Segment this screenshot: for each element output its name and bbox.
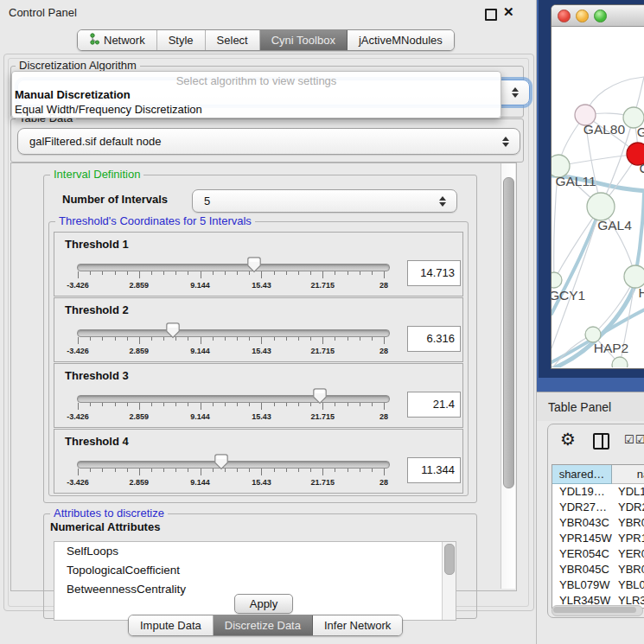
column-header-shared[interactable]: shared…: [552, 465, 612, 484]
slider-track[interactable]: [77, 264, 390, 271]
table-row[interactable]: YDL19…YDL1: [552, 484, 644, 500]
close-traffic-light-icon[interactable]: [558, 10, 571, 22]
slider-tick-label: 15.43: [252, 412, 271, 421]
columns-icon[interactable]: [593, 433, 609, 450]
slider-minor-tick: [102, 469, 103, 472]
list-scrollbar-thumb[interactable]: [444, 544, 455, 575]
network-node-gcy1[interactable]: [552, 272, 562, 288]
table-panel: ⚙ ☑☑ shared… name YDL19…YDL1YDR27…YDR2YB…: [547, 424, 644, 618]
slider-minor-tick: [102, 403, 103, 406]
tab-label: Discretize Data: [225, 619, 301, 632]
slider-minor-tick: [372, 403, 373, 406]
slider-major-tick: [322, 271, 323, 278]
slider-thumb[interactable]: [166, 322, 180, 339]
table-row[interactable]: YPR145WYPR1: [552, 531, 644, 546]
slider-minor-tick: [335, 337, 335, 341]
dropdown-placeholder-option[interactable]: Select algorithm to view settings: [12, 74, 501, 87]
table-rows: YDL19…YDL1YDR27…YDR2YBR043CYBR0YPR145WYP…: [552, 484, 644, 609]
cell-shared-name: YDL19…: [559, 484, 605, 500]
slider-tick-label: -3.426: [67, 347, 89, 355]
slider-minor-tick: [151, 403, 152, 406]
tab-style[interactable]: Style: [157, 30, 206, 50]
network-canvas[interactable]: GAL80GACGAL11GAL4HGCY1HAP2: [552, 27, 644, 367]
node-table: shared… name YDL19…YDL1YDR27…YDR2YBR043C…: [552, 464, 644, 609]
slider-minor-tick: [335, 469, 335, 472]
number-of-intervals-combobox[interactable]: 5: [192, 189, 457, 213]
threshold-value-field[interactable]: 14.713: [407, 260, 461, 286]
slider-minor-tick: [360, 271, 360, 275]
panel-scrollbar[interactable]: [501, 163, 515, 589]
table-data-combobox[interactable]: galFiltered.sif default node: [17, 128, 520, 155]
panel-scrollbar-thumb[interactable]: [503, 177, 514, 488]
float-window-icon[interactable]: [485, 9, 497, 21]
cell-shared-name: YBR045C: [559, 562, 609, 577]
tab-discretize-data[interactable]: Discretize Data: [214, 615, 313, 635]
slider-thumb[interactable]: [247, 257, 261, 273]
cell-name: YPR1: [618, 531, 644, 546]
slider-minor-tick: [286, 469, 287, 472]
slider-track[interactable]: [77, 329, 390, 337]
slider-minor-tick: [298, 469, 299, 472]
slider-thumb[interactable]: [313, 388, 327, 405]
network-edge[interactable]: [558, 154, 638, 166]
gear-icon[interactable]: ⚙: [560, 429, 576, 450]
table-row[interactable]: YDR27…YDR2: [552, 500, 644, 515]
minimize-traffic-light-icon[interactable]: [576, 10, 589, 22]
column-header-name[interactable]: name: [612, 465, 644, 484]
network-view-window: GAL80GACGAL11GAL4HGCY1HAP2: [551, 4, 644, 369]
slider-tick-label: 2.859: [130, 281, 150, 290]
threshold-panel-3: Threshold 3-3.4262.8599.14415.4321.71528…: [54, 363, 463, 428]
table-hscrollbar-thumb[interactable]: [553, 607, 636, 613]
tab-impute-data[interactable]: Impute Data: [129, 615, 214, 635]
slider-minor-tick: [348, 469, 348, 472]
threshold-panel-1: Threshold 1-3.4262.8599.14415.4321.71528…: [54, 232, 463, 296]
threshold-value-field[interactable]: 6.316: [407, 326, 461, 352]
tab-label: Impute Data: [140, 619, 201, 632]
tab-select[interactable]: Select: [206, 30, 260, 50]
slider-minor-tick: [310, 403, 311, 406]
cell-name: YDR2: [618, 500, 644, 515]
slider-minor-tick: [225, 271, 226, 275]
table-row[interactable]: YER054CYER0: [552, 546, 644, 562]
slider-thumb[interactable]: [214, 454, 228, 470]
slider-major-tick: [384, 403, 385, 410]
network-edge-thick[interactable]: [635, 194, 644, 277]
apply-button[interactable]: Apply: [234, 594, 293, 614]
slider-minor-tick: [372, 337, 373, 341]
network-window-titlebar[interactable]: [552, 5, 644, 27]
slider-minor-tick: [274, 403, 275, 406]
slider-tick-label: 21.715: [310, 478, 335, 487]
slider-track[interactable]: [77, 461, 390, 469]
slider-minor-tick: [127, 403, 128, 406]
checkbox-icons[interactable]: ☑☑: [624, 433, 644, 446]
network-node[interactable]: [612, 357, 628, 367]
dropdown-option-manual-discretization[interactable]: Manual Discretization: [15, 88, 131, 101]
slider-major-tick: [139, 469, 140, 475]
slider-minor-tick: [237, 403, 238, 406]
tab-cyni-toolbox[interactable]: Cyni Toolbox: [260, 30, 348, 50]
tab-jactivemnodules[interactable]: jActiveMNodules: [348, 30, 454, 50]
slider-tick-label: 28: [379, 281, 388, 290]
tab-infer-network[interactable]: Infer Network: [313, 615, 402, 635]
slider-minor-tick: [188, 403, 188, 406]
close-icon[interactable]: ✕: [503, 4, 514, 20]
cytoscape-workspace: Control Panel ✕ NetworkStyleSelectCyni T…: [0, 0, 644, 644]
dropdown-option-equal-width-frequency-discretization[interactable]: Equal Width/Frequency Discretization: [15, 103, 202, 116]
table-row[interactable]: YBL079WYBL0: [552, 577, 644, 593]
slider-minor-tick: [249, 469, 250, 472]
slider-track[interactable]: [77, 395, 390, 403]
zoom-traffic-light-icon[interactable]: [594, 10, 607, 22]
network-node-gal4[interactable]: [587, 193, 615, 220]
table-row[interactable]: YBR045CYBR0: [552, 562, 644, 577]
table-row[interactable]: YBR043CYBR0: [552, 515, 644, 531]
slider-major-tick: [322, 469, 323, 475]
list-scrollbar[interactable]: [442, 542, 456, 620]
tab-network[interactable]: Network: [78, 30, 157, 50]
threshold-value-field[interactable]: 11.344: [407, 457, 461, 483]
attribute-item-selfloops[interactable]: SelfLoops: [54, 542, 456, 561]
threshold-value-field[interactable]: 21.4: [407, 392, 461, 418]
slider-major-tick: [201, 403, 201, 410]
attribute-item-topologicalcoefficient[interactable]: TopologicalCoefficient: [54, 561, 456, 580]
table-hscrollbar[interactable]: [552, 605, 643, 616]
tab-label: Infer Network: [324, 619, 391, 632]
